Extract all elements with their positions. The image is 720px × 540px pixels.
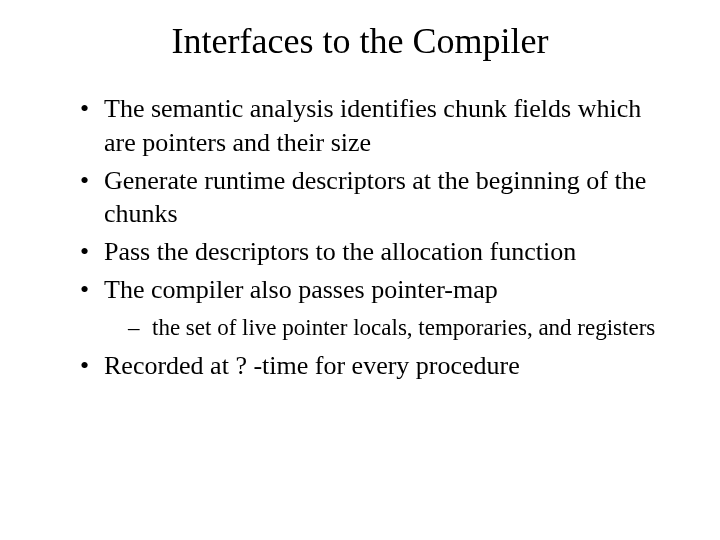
bullet-item: The compiler also passes pointer-map the… [80,273,670,343]
bullet-item: Pass the descriptors to the allocation f… [80,235,670,269]
slide: Interfaces to the Compiler The semantic … [0,20,720,520]
bullet-item: Recorded at ? -time for every procedure [80,349,670,383]
bullet-text: The compiler also passes pointer-map [104,275,498,304]
bullet-item: Generate runtime descriptors at the begi… [80,164,670,232]
bullet-list: The semantic analysis identifies chunk f… [80,92,670,382]
sub-list: the set of live pointer locals, temporar… [104,313,670,343]
bullet-item: The semantic analysis identifies chunk f… [80,92,670,160]
sub-item: the set of live pointer locals, temporar… [104,313,670,343]
slide-title: Interfaces to the Compiler [0,20,720,62]
slide-content: The semantic analysis identifies chunk f… [0,92,720,382]
